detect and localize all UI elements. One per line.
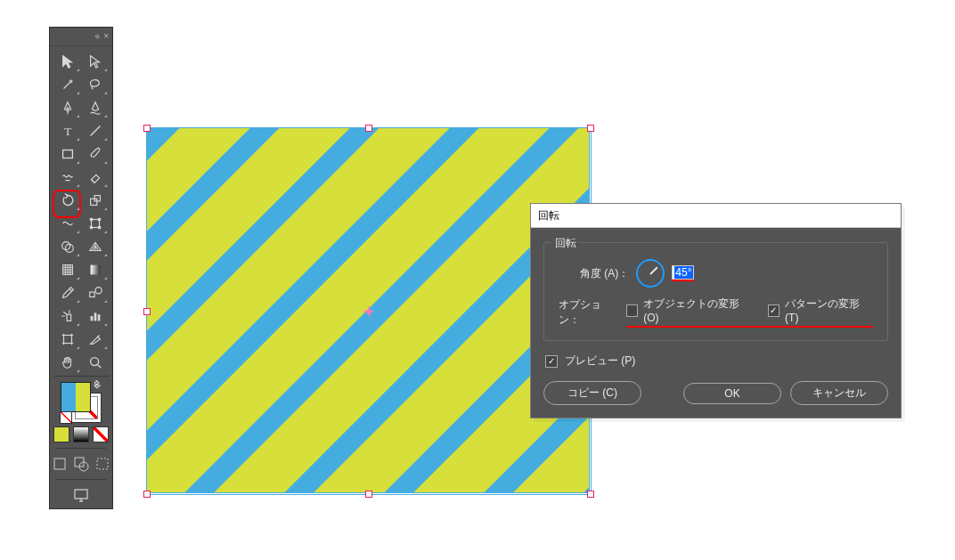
rotate-group-label: 回転 [551,236,580,251]
ok-button[interactable]: OK [683,383,781,404]
svg-rect-16 [67,314,71,321]
pen-tool[interactable] [53,96,81,119]
eyedropper-tool[interactable] [53,281,81,304]
transform-patterns-checkbox[interactable] [768,304,780,317]
panel-collapse-icon[interactable]: « [95,32,101,41]
swap-fill-stroke-icon[interactable] [93,380,103,391]
artboard-tool[interactable] [53,328,81,351]
svg-point-6 [90,218,93,221]
none-chip[interactable] [93,426,109,442]
fill-swatch[interactable] [61,382,91,412]
magic-wand-tool[interactable] [53,73,81,96]
type-tool[interactable]: T [53,119,81,142]
svg-rect-13 [90,265,100,275]
svg-rect-26 [75,490,87,499]
svg-rect-20 [63,336,71,344]
svg-rect-14 [89,292,94,296]
width-tool[interactable] [53,212,81,235]
hand-tool[interactable] [53,351,81,374]
svg-point-0 [67,108,69,110]
tool-grid: T [50,46,112,374]
svg-rect-3 [90,199,96,205]
screen-mode-icon[interactable] [73,487,89,503]
svg-rect-17 [90,316,93,321]
panel-close-icon[interactable]: × [103,32,109,41]
rotate-group: 回転 角度 (A)： 45° オプション： オブジェクトの変形 (O) パターン… [543,242,888,341]
zoom-tool[interactable] [81,351,109,374]
draw-behind-icon[interactable] [73,456,89,472]
dialog-title: 回転 [538,208,559,223]
color-chip[interactable] [53,426,69,442]
dialog-titlebar[interactable]: 回転 [531,204,901,228]
mesh-tool[interactable] [53,258,81,281]
symbol-sprayer-tool[interactable] [53,304,81,328]
free-transform-tool[interactable] [81,212,109,235]
svg-rect-22 [54,459,65,469]
gradient-tool[interactable] [81,258,109,281]
preview-label: プレビュー (P) [565,353,635,369]
artboard-object[interactable] [146,127,590,493]
eraser-tool[interactable] [81,166,109,189]
scale-tool[interactable] [81,189,109,212]
svg-point-7 [98,218,101,221]
slice-tool[interactable] [81,328,109,351]
svg-point-15 [95,288,102,294]
blend-tool[interactable] [81,281,109,304]
fill-stroke-swatch[interactable] [61,382,102,423]
rectangle-tool[interactable] [53,142,81,166]
svg-point-9 [98,226,101,229]
angle-dial[interactable] [636,259,665,288]
paintbrush-tool[interactable] [81,142,109,166]
copy-button[interactable]: コピー (C) [543,381,641,405]
preview-checkbox[interactable] [545,355,558,368]
shaper-tool[interactable] [53,166,81,189]
rotate-tool[interactable] [53,189,81,212]
svg-rect-2 [62,150,72,158]
lasso-tool[interactable] [81,73,109,96]
shape-builder-tool[interactable] [53,235,81,258]
options-label: オプション： [559,297,621,328]
direct-selection-tool[interactable] [81,50,109,73]
angle-input[interactable]: 45° [672,265,693,280]
draw-inside-icon[interactable] [94,456,110,472]
selection-tool[interactable] [53,50,81,73]
line-segment-tool[interactable] [81,119,109,142]
gradient-chip[interactable] [73,426,89,442]
angle-label: 角度 (A)： [580,266,629,281]
rotate-dialog: 回転 回転 角度 (A)： 45° オプション： オブジェクトの変形 (O) パ… [530,203,902,418]
svg-point-21 [90,358,98,366]
draw-normal-icon[interactable] [52,456,68,472]
svg-rect-18 [94,312,96,321]
transform-patterns-label: パターンの変形 (T) [785,296,873,324]
transform-objects-checkbox[interactable] [626,304,639,317]
default-fill-stroke-icon[interactable] [60,411,72,424]
cancel-button[interactable]: キャンセル [790,381,888,405]
svg-text:T: T [63,125,71,138]
column-graph-tool[interactable] [81,304,109,328]
curvature-tool[interactable] [81,96,109,119]
svg-point-8 [90,226,93,229]
tools-footer [50,378,112,508]
svg-rect-19 [97,314,100,321]
tools-panel-header: « × [50,28,112,46]
tools-panel: « × T [49,27,113,509]
svg-rect-25 [97,459,108,469]
perspective-grid-tool[interactable] [81,235,109,258]
transform-objects-label: オブジェクトの変形 (O) [643,296,754,324]
